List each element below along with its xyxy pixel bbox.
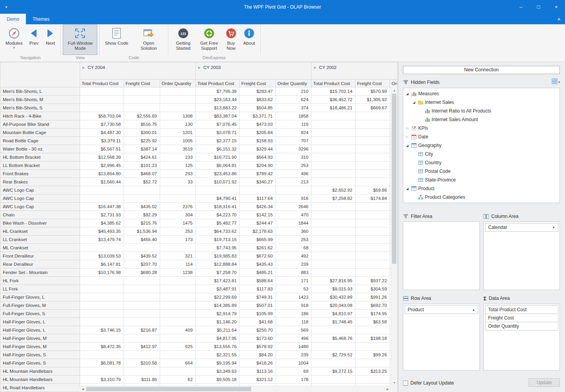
pivot-cell[interactable]: $225.92: [124, 137, 160, 145]
pivot-cell[interactable]: $5,482.77: [196, 219, 240, 227]
pivot-cell[interactable]: [355, 376, 390, 384]
data-area-field-order-quantity[interactable]: Order Quantity: [485, 322, 558, 330]
pivot-cell[interactable]: $9,505.18: [196, 376, 240, 384]
pivot-cell[interactable]: [312, 219, 355, 227]
update-button[interactable]: Update: [529, 378, 560, 387]
pivot-cell[interactable]: 1238: [160, 269, 196, 277]
pivot-row-header[interactable]: LL Bottom Bracket: [0, 162, 80, 170]
pivot-cell[interactable]: 253: [276, 236, 312, 244]
pivot-cell[interactable]: $672.60: [240, 252, 276, 260]
pivot-cell[interactable]: $9,195.94: [196, 359, 240, 367]
pivot-cell[interactable]: $174.95: [355, 310, 390, 318]
pivot-cell[interactable]: $789.42: [240, 170, 276, 178]
pivot-cell[interactable]: [80, 277, 124, 285]
pivot-cell[interactable]: [355, 145, 390, 153]
pivot-row-header[interactable]: Front Brakes: [0, 170, 80, 178]
pivot-cell[interactable]: 569: [276, 326, 312, 334]
pivot-row-header[interactable]: Full-Finger Gloves, M: [0, 301, 80, 310]
pivot-cell[interactable]: [124, 351, 160, 359]
tree-item-internet-sales-amount[interactable]: Internet Sales Amount: [403, 115, 560, 124]
pivot-cell[interactable]: $30,432.89: [312, 293, 355, 301]
pivot-column-header-order-quantity[interactable]: Order Quantity: [160, 80, 196, 87]
pivot-row-header[interactable]: Rear Derailleur: [0, 260, 80, 269]
pivot-cell[interactable]: $473.03: [240, 120, 276, 129]
pivot-cell[interactable]: [80, 318, 124, 326]
pivot-cell[interactable]: [124, 310, 160, 318]
pivot-cell[interactable]: $833.62: [240, 96, 276, 104]
pivot-cell[interactable]: 239: [276, 260, 312, 269]
pivot-cell[interactable]: 68: [276, 244, 312, 252]
pivot-column-header-order-quantity[interactable]: Order Quantity: [276, 80, 312, 87]
pivot-cell[interactable]: [355, 153, 390, 162]
pivot-cell[interactable]: $504.85: [240, 104, 276, 112]
pivot-cell[interactable]: 118: [276, 318, 312, 326]
collapse-ribbon-icon[interactable]: ^: [558, 17, 560, 23]
pivot-year-header-cy-2003[interactable]: ▶CY 2003: [196, 62, 312, 80]
pivot-cell[interactable]: $13,039.53: [80, 252, 124, 260]
pivot-cell[interactable]: 171: [276, 277, 312, 285]
pivot-row-header[interactable]: Half-Finger Gloves, L: [0, 326, 80, 334]
pivot-cell[interactable]: [355, 178, 390, 186]
pivot-cell[interactable]: [276, 186, 312, 194]
pivot-year-header-cy-2004[interactable]: ▶CY 2004: [80, 62, 196, 80]
pivot-cell[interactable]: $6,081.78: [80, 359, 124, 367]
new-connection-button[interactable]: New Connection: [403, 66, 560, 74]
pivot-cell[interactable]: [124, 334, 160, 343]
pivot-cell[interactable]: 210: [276, 87, 312, 96]
pivot-cell[interactable]: [80, 351, 124, 359]
pivot-cell[interactable]: 918: [276, 301, 312, 310]
pivot-cell[interactable]: $6,567.51: [80, 145, 124, 153]
column-area-box[interactable]: Calendar ▼: [483, 221, 560, 290]
pivot-cell[interactable]: $58,703.04: [80, 112, 124, 120]
pivot-cell[interactable]: $564.93: [240, 153, 276, 162]
pivot-cell[interactable]: [124, 104, 160, 112]
pivot-row-header[interactable]: Men's Bib-Shorts, M: [0, 96, 80, 104]
pivot-cell[interactable]: $17,423.81: [196, 277, 240, 285]
pivot-cell[interactable]: 253: [276, 162, 312, 170]
row-area-field-product[interactable]: Product ▲: [405, 305, 478, 314]
pivot-cell[interactable]: $5,468.76: [312, 334, 355, 343]
pivot-cell[interactable]: $412.97: [124, 343, 160, 351]
pivot-cell[interactable]: $83,387.04: [196, 112, 240, 120]
pivot-row-header[interactable]: Full-Finger Gloves, S: [0, 310, 80, 318]
pivot-cell[interactable]: $105.99: [240, 310, 276, 318]
tree-item-internet-ratio-to-all-products[interactable]: Internet Ratio to All Products: [403, 107, 560, 115]
buy-now-button[interactable]: Buy Now: [222, 25, 240, 55]
pivot-cell[interactable]: $1,748.45: [312, 318, 355, 326]
pivot-cell[interactable]: 321: [160, 252, 196, 260]
defer-layout-update[interactable]: Defer Layout Update: [403, 380, 454, 386]
pivot-cell[interactable]: [124, 186, 160, 194]
pivot-cell[interactable]: $2,555.69: [124, 112, 160, 120]
pivot-cell[interactable]: [312, 178, 355, 186]
pivot-cell[interactable]: 2376: [160, 203, 196, 211]
tab-themes[interactable]: Themes: [26, 14, 56, 24]
layout-chooser-button[interactable]: ▾: [552, 78, 560, 85]
tree-item-state-province[interactable]: State-Province: [403, 176, 560, 184]
pivot-cell[interactable]: 2646: [276, 203, 312, 211]
pivot-cell[interactable]: 1423: [276, 293, 312, 301]
pivot-cell[interactable]: [355, 227, 390, 236]
pivot-cell[interactable]: [355, 137, 390, 145]
pivot-cell[interactable]: [80, 334, 124, 343]
data-area-field-freight-cost[interactable]: Freight Cost: [485, 314, 558, 322]
pivot-cell[interactable]: [160, 351, 196, 359]
pivot-cell[interactable]: $113.16: [240, 367, 276, 376]
pivot-cell[interactable]: $2,914.79: [196, 310, 240, 318]
pivot-cell[interactable]: $2,321.55: [196, 351, 240, 359]
pivot-cell[interactable]: $13,555.76: [196, 343, 240, 351]
pivot-cell[interactable]: $23,453.86: [196, 170, 240, 178]
vertical-scrollbar[interactable]: ▲ ▼: [391, 87, 397, 386]
pivot-cell[interactable]: 173: [160, 236, 196, 244]
tree-expander-icon[interactable]: ◢: [405, 92, 410, 96]
pivot-cell[interactable]: 53: [276, 285, 312, 293]
pivot-cell[interactable]: 664: [160, 359, 196, 367]
pivot-cell[interactable]: $18,486.21: [312, 104, 355, 112]
pivot-cell[interactable]: $23,163.44: [196, 96, 240, 104]
pivot-cell[interactable]: $14,385.89: [196, 301, 240, 310]
pivot-cell[interactable]: $101.23: [124, 162, 160, 170]
pivot-cell[interactable]: $418.26: [240, 359, 276, 367]
pivot-cell[interactable]: [355, 120, 390, 129]
pivot-row-header[interactable]: Mountain Bottle Cage: [0, 129, 80, 137]
pivot-cell[interactable]: [160, 301, 196, 310]
pivot-cell[interactable]: $216.87: [124, 326, 160, 334]
